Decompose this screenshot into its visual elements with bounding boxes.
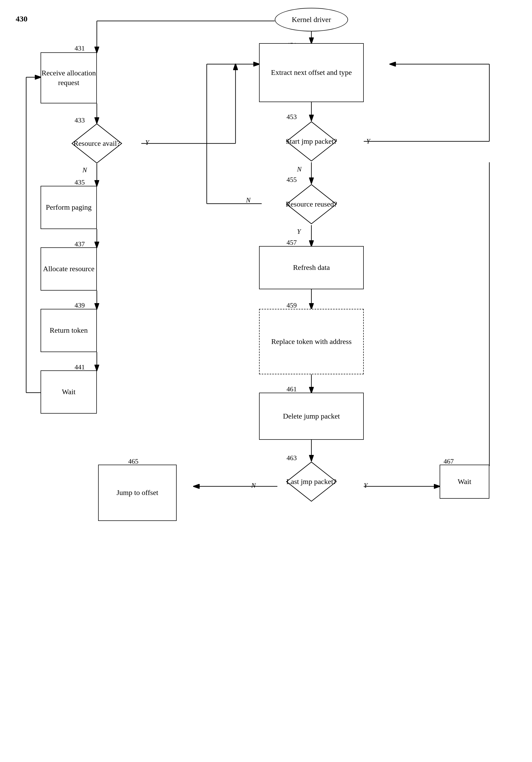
last-jmp-node: Last jmp packet? <box>285 461 338 502</box>
n455-n-label: N <box>246 196 251 204</box>
delete-jump-label: Delete jump packet <box>283 412 340 421</box>
jump-to-offset-node: Jump to offset <box>98 465 177 521</box>
n433-n-label: N <box>82 166 87 174</box>
n461-number: 461 <box>286 385 297 393</box>
n453-y-label: Y <box>366 137 370 145</box>
resource-reused-node: Resource reused? <box>285 183 338 225</box>
n439-number: 439 <box>75 302 85 309</box>
extract-offset-label: Extract next offset and type <box>271 68 352 77</box>
wait-right-label: Wait <box>458 477 471 486</box>
start-jmp-node: Start jmp packet? <box>285 120 338 162</box>
refresh-data-node: Refresh data <box>259 246 364 289</box>
resource-avail-node: Resource avail? <box>71 122 123 164</box>
n463-n-label: N <box>251 482 256 490</box>
n465-number: 465 <box>128 458 138 465</box>
perform-paging-node: Perform paging <box>40 186 97 229</box>
n467-number: 467 <box>443 458 454 465</box>
wait-right-node: Wait <box>440 465 489 499</box>
delete-jump-node: Delete jump packet <box>259 393 364 440</box>
perform-paging-label: Perform paging <box>46 202 92 212</box>
last-jmp-label: Last jmp packet? <box>286 477 336 486</box>
resource-reused-label: Resource reused? <box>286 199 337 209</box>
diagram-label: 430 <box>16 14 28 23</box>
receive-allocation-node: Receive allocation request <box>40 52 97 104</box>
n455-number: 455 <box>286 176 297 184</box>
replace-token-label: Replace token with address <box>271 337 351 346</box>
n453-n-label: N <box>297 165 301 173</box>
n453-number: 453 <box>286 113 297 121</box>
n433-y-label: Y <box>145 139 149 147</box>
n437-number: 437 <box>75 240 85 248</box>
n463-y-label: Y <box>364 482 367 490</box>
kernel-driver-node: Kernel driver <box>275 8 348 32</box>
allocate-resource-label: Allocate resource <box>43 264 95 273</box>
n441-number: 441 <box>75 363 85 371</box>
receive-allocation-label: Receive allocation request <box>41 68 96 87</box>
n435-number: 435 <box>75 179 85 187</box>
n431-number: 431 <box>75 44 85 52</box>
refresh-data-label: Refresh data <box>293 263 330 272</box>
kernel-driver-label: Kernel driver <box>292 15 331 24</box>
start-jmp-label: Start jmp packet? <box>286 137 337 146</box>
return-token-label: Return token <box>50 326 88 335</box>
return-token-node: Return token <box>40 309 97 352</box>
resource-avail-label: Resource avail? <box>74 139 120 148</box>
jump-to-offset-label: Jump to offset <box>116 488 158 497</box>
n455-y-label: Y <box>297 228 301 236</box>
wait-left-label: Wait <box>62 387 75 397</box>
allocate-resource-node: Allocate resource <box>40 247 97 290</box>
n457-number: 457 <box>286 239 297 247</box>
wait-left-node: Wait <box>40 370 97 414</box>
replace-token-node: Replace token with address <box>259 309 364 374</box>
extract-offset-node: Extract next offset and type <box>259 43 364 102</box>
n459-number: 459 <box>286 302 297 309</box>
